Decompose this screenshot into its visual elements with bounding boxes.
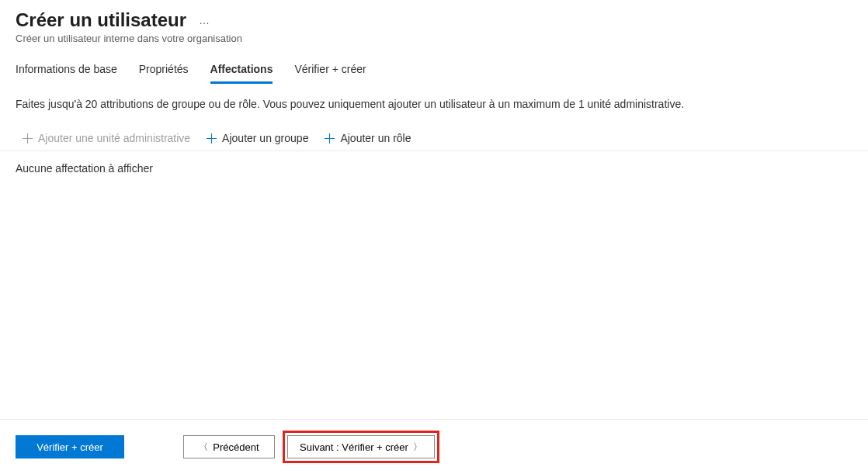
next-label: Suivant : Vérifier + créer: [300, 441, 408, 453]
page-title: Créer un utilisateur: [16, 9, 186, 31]
next-button[interactable]: Suivant : Vérifier + créer 〉: [287, 435, 435, 458]
tab-assignments[interactable]: Affectations: [210, 63, 273, 84]
tabs: Informations de base Propriétés Affectat…: [0, 47, 868, 84]
more-actions-icon[interactable]: …: [199, 14, 210, 26]
chevron-right-icon: 〉: [413, 441, 422, 454]
tab-properties[interactable]: Propriétés: [139, 63, 189, 84]
chevron-left-icon: 〈: [199, 441, 208, 454]
tab-basic-info[interactable]: Informations de base: [16, 63, 117, 84]
empty-state-message: Aucune affectation à afficher: [0, 151, 868, 185]
plus-icon: [324, 133, 335, 144]
plus-icon: [22, 133, 33, 144]
previous-label: Précédent: [213, 441, 259, 453]
footer: Vérifier + créer 〈 Précédent Suivant : V…: [0, 419, 868, 474]
page-subtitle: Créer un utilisateur interne dans votre …: [16, 33, 852, 44]
next-button-highlight: Suivant : Vérifier + créer 〉: [283, 431, 439, 463]
tab-review-create[interactable]: Vérifier + créer: [294, 63, 366, 84]
add-role-button[interactable]: Ajouter un rôle: [324, 132, 411, 144]
previous-button[interactable]: 〈 Précédent: [183, 435, 275, 458]
add-admin-unit-label: Ajouter une unité administrative: [38, 132, 190, 144]
review-create-button[interactable]: Vérifier + créer: [16, 435, 124, 458]
add-admin-unit-button: Ajouter une unité administrative: [22, 132, 190, 144]
toolbar: Ajouter une unité administrative Ajouter…: [0, 116, 868, 151]
assignments-description: Faites jusqu'à 20 attributions de groupe…: [0, 84, 868, 116]
add-group-label: Ajouter un groupe: [222, 132, 308, 144]
add-role-label: Ajouter un rôle: [340, 132, 411, 144]
plus-icon: [206, 133, 217, 144]
add-group-button[interactable]: Ajouter un groupe: [206, 132, 308, 144]
